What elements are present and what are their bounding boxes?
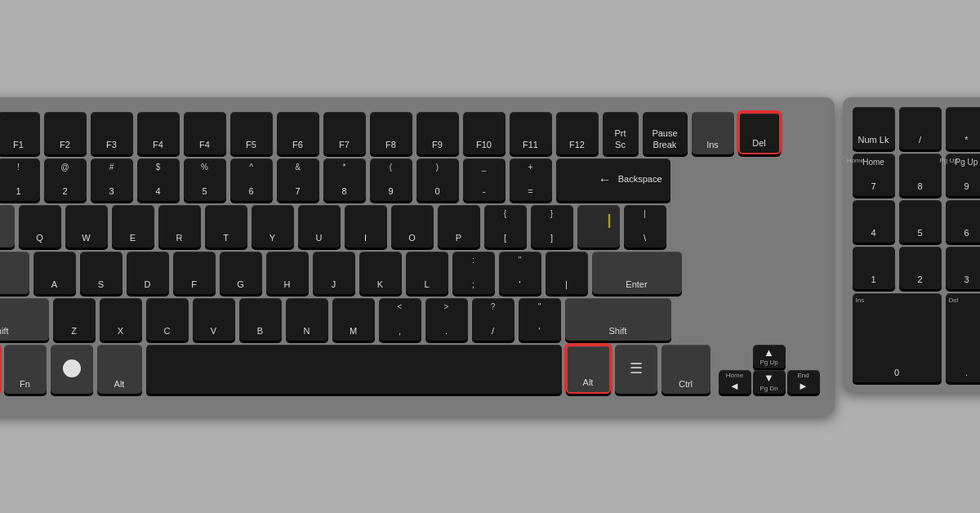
numpad-key-5[interactable]: 5 <box>899 200 942 243</box>
key-shift-left[interactable]: Shift <box>0 298 49 341</box>
key-x[interactable]: X <box>100 298 142 341</box>
key-l[interactable]: L <box>406 252 448 294</box>
key-f6[interactable]: F6 <box>277 112 319 154</box>
windows-icon <box>63 359 81 377</box>
key-u[interactable]: U <box>298 205 341 248</box>
key-p[interactable]: P <box>438 205 480 248</box>
key-backspace[interactable]: ← Backspace <box>556 158 670 201</box>
key-menu[interactable]: ☰ <box>615 345 657 394</box>
key-f7[interactable]: F7 <box>323 112 366 154</box>
key-n[interactable]: N <box>286 298 328 341</box>
numpad-key-.[interactable]: .Del <box>946 293 981 382</box>
key-g[interactable]: G <box>220 252 262 294</box>
key-r[interactable]: R <box>158 205 201 248</box>
key-8[interactable]: *8 <box>323 158 366 201</box>
key-backslash[interactable]: |\ <box>624 205 666 248</box>
key-f12[interactable]: F12 <box>556 112 599 154</box>
key-s[interactable]: S <box>80 252 122 294</box>
key-9[interactable]: (9 <box>370 158 412 201</box>
key-period[interactable]: >. <box>425 298 468 341</box>
key-e[interactable]: E <box>112 205 154 248</box>
key-q[interactable]: Q <box>19 205 61 248</box>
key-i[interactable]: I <box>345 205 387 248</box>
key-d[interactable]: D <box>127 252 169 294</box>
numpad-key-7[interactable]: 7HomeHome <box>853 154 895 196</box>
key-h[interactable]: H <box>266 252 309 294</box>
key-ins[interactable]: Ins <box>692 112 734 154</box>
key-quote[interactable]: "' <box>499 252 541 294</box>
key-t[interactable]: T <box>205 205 247 248</box>
key-o[interactable]: O <box>391 205 434 248</box>
key-pause[interactable]: PauseBreak <box>643 112 688 154</box>
numpad-key-9[interactable]: 9Pg UpPg Up <box>946 154 981 196</box>
numpad-key-4[interactable]: 4 <box>853 200 895 243</box>
key-5[interactable]: %5 <box>184 158 226 201</box>
key-f[interactable]: F <box>173 252 216 294</box>
key-z[interactable]: Z <box>53 298 96 341</box>
key-equals[interactable]: += <box>510 158 552 201</box>
key-f4[interactable]: F4 <box>137 112 180 154</box>
key-arrow-down[interactable]: ▼ Pg Dn <box>753 370 786 394</box>
key-b[interactable]: B <box>239 298 282 341</box>
key-3[interactable]: #3 <box>91 158 133 201</box>
key-prtsc[interactable]: PrtSc <box>603 112 639 154</box>
key-7[interactable]: &7 <box>277 158 319 201</box>
key-alt-left[interactable]: Alt <box>97 345 142 394</box>
key-space[interactable] <box>146 345 562 394</box>
key-f10[interactable]: F10 <box>463 112 506 154</box>
key-comma[interactable]: <, <box>379 298 421 341</box>
key-enter[interactable]: Enter <box>592 252 682 294</box>
key-j[interactable]: J <box>313 252 355 294</box>
key-arrow-left[interactable]: Home ◄ <box>719 370 751 394</box>
key-semicolon[interactable]: :; <box>452 252 495 294</box>
key-apostrophe[interactable]: "' <box>519 298 561 341</box>
key-arrow-right[interactable]: End ► <box>787 370 820 394</box>
key-arrow-up[interactable]: ▲ Pg Up <box>753 345 786 368</box>
key-del[interactable]: Del <box>738 112 781 154</box>
numpad-key-6[interactable]: 6 <box>946 200 981 243</box>
zxcv-row: Shift Z X C V B N M <, >. ?/ "' Shift <box>0 298 820 341</box>
key-k[interactable]: K <box>359 252 402 294</box>
key-f1[interactable]: F1 <box>0 112 40 154</box>
key-0[interactable]: )0 <box>416 158 459 201</box>
key-c[interactable]: C <box>146 298 189 341</box>
numpad-key-*[interactable]: * <box>946 107 981 149</box>
key-6[interactable]: ^6 <box>230 158 273 201</box>
key-v[interactable]: V <box>193 298 235 341</box>
function-row: Esc F1 F2 F3 F4 F4 F5 F6 F7 F8 F9 F10 F1… <box>0 112 820 154</box>
numpad-key-Num-Lk[interactable]: Num Lk <box>853 107 895 149</box>
key-alt-right[interactable]: Alt <box>566 345 611 394</box>
key-ctrl-right[interactable]: Ctrl <box>662 345 710 394</box>
numpad-key-3[interactable]: 3 <box>946 247 981 289</box>
key-w[interactable]: W <box>65 205 108 248</box>
key-capslock[interactable]: CapsLock <box>0 252 29 294</box>
key-f11[interactable]: F11 <box>510 112 552 154</box>
key-slash[interactable]: ?/ <box>472 298 514 341</box>
numpad-key-8[interactable]: 8 <box>899 154 942 196</box>
key-win[interactable] <box>51 345 93 394</box>
key-lbracket[interactable]: {[ <box>484 205 527 248</box>
key-a[interactable]: A <box>33 252 76 294</box>
key-pipe2[interactable]: | <box>546 252 588 294</box>
key-f2[interactable]: F2 <box>44 112 87 154</box>
key-minus[interactable]: _- <box>463 158 506 201</box>
numpad-key-/[interactable]: / <box>899 107 942 149</box>
key-f9[interactable]: F9 <box>416 112 459 154</box>
key-shift-right[interactable]: Shift <box>565 298 671 341</box>
key-f5[interactable]: F5 <box>230 112 273 154</box>
key-fn[interactable]: Fn <box>4 345 47 394</box>
key-f3[interactable]: F3 <box>91 112 133 154</box>
key-2[interactable]: @2 <box>44 158 87 201</box>
key-rbracket[interactable]: }] <box>531 205 573 248</box>
numpad-key-2[interactable]: 2 <box>899 247 942 289</box>
key-f4b[interactable]: F4 <box>184 112 226 154</box>
key-f8[interactable]: F8 <box>370 112 412 154</box>
key-pipe-spacer: | <box>577 205 620 248</box>
key-1[interactable]: !1 <box>0 158 40 201</box>
key-tab[interactable]: Tab <box>0 205 15 248</box>
key-m[interactable]: M <box>332 298 375 341</box>
key-y[interactable]: Y <box>252 205 294 248</box>
numpad-key-1[interactable]: 1 <box>853 247 895 289</box>
key-4[interactable]: $4 <box>137 158 180 201</box>
numpad-key-0[interactable]: 0Ins <box>853 293 942 382</box>
